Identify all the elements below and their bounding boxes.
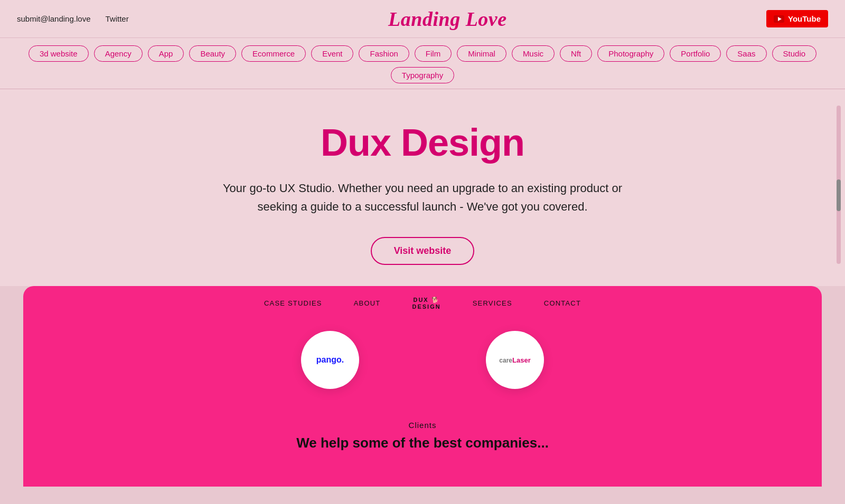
page-subtitle: Your go-to UX Studio. Whether you need a… <box>206 179 639 216</box>
email-link[interactable]: submit@landing.love <box>17 14 90 23</box>
filter-tag-portfolio[interactable]: Portfolio <box>670 45 721 62</box>
nav-case-studies[interactable]: CASE STUDIES <box>264 299 322 307</box>
logo-line2: DESIGN <box>412 303 441 310</box>
filter-tag-beauty[interactable]: Beauty <box>189 45 236 62</box>
visit-website-button[interactable]: Visit website <box>371 237 475 265</box>
preview-nav: CASE STUDIES ABOUT DUX 🐕 DESIGN SERVICES… <box>23 286 822 320</box>
client-circles: pango. careLaser <box>238 331 607 389</box>
filter-tag-app[interactable]: App <box>148 45 184 62</box>
pango-logo-circle: pango. <box>301 331 359 389</box>
pango-logo-text: pango. <box>316 355 344 365</box>
filter-tag-typography[interactable]: Typography <box>391 67 454 83</box>
filter-tag-studio[interactable]: Studio <box>772 45 817 62</box>
youtube-label: YouTube <box>788 14 821 23</box>
clients-subtext: We help some of the best companies... <box>296 435 549 462</box>
filter-tag-3d-website[interactable]: 3d website <box>29 45 89 62</box>
care-logo-circle: careLaser <box>486 331 544 389</box>
nav-contact[interactable]: CONTACT <box>544 299 581 307</box>
filter-tag-fashion[interactable]: Fashion <box>359 45 409 62</box>
page-heading: Dux Design <box>17 121 828 164</box>
twitter-link[interactable]: Twitter <box>105 14 128 23</box>
filter-tag-saas[interactable]: Saas <box>726 45 766 62</box>
logo-line1: DUX 🐕 <box>413 297 439 303</box>
main-content: Dux Design Your go-to UX Studio. Whether… <box>0 89 845 286</box>
scrollbar-thumb[interactable] <box>837 179 841 211</box>
clients-label: Clients <box>409 421 437 430</box>
filter-tag-agency[interactable]: Agency <box>94 45 143 62</box>
scrollbar[interactable] <box>837 106 841 264</box>
clients-area: pango. careLaser Clients We help some of… <box>23 320 822 462</box>
filter-tag-nft[interactable]: Nft <box>560 45 592 62</box>
youtube-icon <box>774 15 784 23</box>
filter-tag-ecommerce[interactable]: Ecommerce <box>241 45 306 62</box>
filter-tag-music[interactable]: Music <box>512 45 555 62</box>
nav-services[interactable]: SERVICES <box>473 299 512 307</box>
preview-logo: DUX 🐕 DESIGN <box>412 297 441 310</box>
filter-tag-event[interactable]: Event <box>311 45 353 62</box>
nav-about[interactable]: ABOUT <box>354 299 381 307</box>
filter-row: 3d websiteAgencyAppBeautyEcommerceEventF… <box>17 45 828 83</box>
filter-tag-minimal[interactable]: Minimal <box>457 45 506 62</box>
filter-tag-photography[interactable]: Photography <box>597 45 664 62</box>
top-bar: submit@landing.love Twitter Landing Love… <box>0 0 845 38</box>
site-title: Landing Love <box>388 7 506 31</box>
filter-bar: 3d websiteAgencyAppBeautyEcommerceEventF… <box>0 38 845 89</box>
care-logo-text: careLaser <box>499 356 530 364</box>
top-bar-left: submit@landing.love Twitter <box>17 14 129 23</box>
youtube-button[interactable]: YouTube <box>766 10 828 27</box>
filter-tag-film[interactable]: Film <box>415 45 452 62</box>
preview-section: CASE STUDIES ABOUT DUX 🐕 DESIGN SERVICES… <box>23 286 822 487</box>
